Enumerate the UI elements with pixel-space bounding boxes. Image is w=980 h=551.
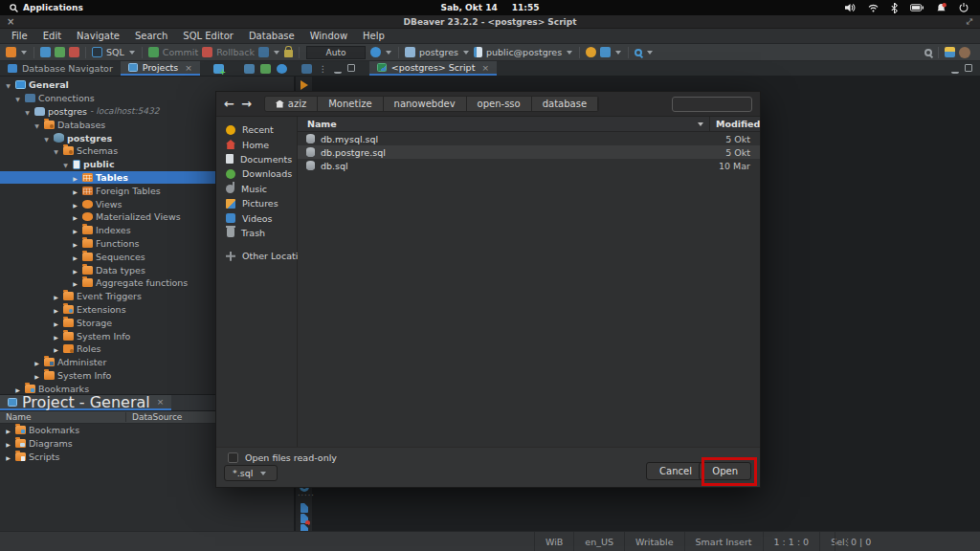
- clock[interactable]: Sab, Okt 14 11:55: [0, 3, 980, 12]
- new-window-icon[interactable]: [213, 64, 224, 74]
- commit-button[interactable]: Commit: [163, 47, 198, 57]
- expander-arrow-icon[interactable]: [71, 277, 79, 288]
- refresh-icon[interactable]: [277, 64, 287, 74]
- schema-combo[interactable]: public@postgres: [486, 47, 562, 57]
- breadcrumb-item[interactable]: nanowebdev: [384, 97, 467, 111]
- sidebar-place[interactable]: Pictures: [216, 196, 297, 210]
- sidebar-place[interactable]: Videos: [216, 210, 297, 225]
- sql-button[interactable]: SQL: [106, 47, 124, 57]
- expander-arrow-icon[interactable]: [71, 252, 79, 262]
- expander-arrow-icon[interactable]: [4, 452, 12, 462]
- close-icon[interactable]: ×: [481, 63, 489, 73]
- menu-item[interactable]: Help: [355, 29, 392, 43]
- new-connection-icon[interactable]: [6, 47, 16, 57]
- execute-statement-icon[interactable]: [301, 80, 308, 90]
- status-menu-icon[interactable]: ⋮: [835, 532, 860, 551]
- expander-arrow-icon[interactable]: [71, 211, 79, 222]
- view-menu-icon[interactable]: ⋮: [318, 64, 328, 74]
- dbeaver-avatar-icon[interactable]: [959, 47, 970, 58]
- tab-projects[interactable]: Projects ×: [121, 61, 200, 76]
- compare-icon[interactable]: [600, 47, 611, 57]
- chevron-down-icon[interactable]: [567, 51, 572, 55]
- sidebar-place[interactable]: Music: [216, 182, 297, 196]
- expander-arrow-icon[interactable]: [4, 425, 12, 435]
- expander-arrow-icon[interactable]: [4, 438, 12, 449]
- status-segment[interactable]: Writable: [624, 532, 684, 551]
- menu-item[interactable]: Window: [302, 29, 355, 43]
- commit-mode-combo[interactable]: Auto: [306, 46, 366, 59]
- lock-icon[interactable]: [284, 50, 293, 57]
- expander-arrow-icon[interactable]: [4, 79, 12, 90]
- status-segment[interactable]: 1 : 1 : 0: [763, 532, 820, 551]
- tab-database-navigator[interactable]: Database Navigator: [0, 61, 121, 76]
- expander-arrow-icon[interactable]: [33, 357, 41, 367]
- schema-icon[interactable]: [474, 47, 482, 57]
- expander-arrow-icon[interactable]: [71, 265, 79, 276]
- expander-arrow-icon[interactable]: [52, 318, 60, 328]
- breadcrumb-item[interactable]: aziz: [265, 97, 318, 111]
- readonly-option[interactable]: Open files read-only: [228, 452, 337, 463]
- expander-arrow-icon[interactable]: [42, 133, 51, 143]
- status-segment[interactable]: Smart Insert: [684, 532, 763, 551]
- breadcrumb-item[interactable]: open-sso: [467, 97, 532, 111]
- collapse-all-icon[interactable]: [244, 64, 255, 74]
- expander-arrow-icon[interactable]: [71, 186, 79, 196]
- status-segment[interactable]: en_US: [573, 532, 624, 551]
- rollback-icon[interactable]: [202, 47, 212, 57]
- disconnect-icon[interactable]: [69, 47, 79, 57]
- window-restore-icon[interactable]: ⤢: [967, 17, 972, 27]
- readonly-checkbox[interactable]: [228, 452, 238, 463]
- name-column-header[interactable]: Name: [298, 119, 337, 129]
- expander-arrow-icon[interactable]: [13, 93, 22, 103]
- file-row[interactable]: db.sql 10 Mar: [298, 159, 760, 172]
- sidebar-place[interactable]: Recent: [216, 122, 297, 137]
- transaction-timer-icon[interactable]: [370, 47, 381, 57]
- column-header-datasource[interactable]: DataSource: [126, 412, 182, 422]
- maximize-view-icon[interactable]: [347, 64, 355, 72]
- minimize-view-icon[interactable]: [334, 64, 342, 74]
- sidebar-place[interactable]: Documents: [216, 152, 297, 166]
- expander-arrow-icon[interactable]: [52, 291, 60, 301]
- expander-arrow-icon[interactable]: [61, 159, 70, 169]
- chevron-down-icon[interactable]: [386, 51, 391, 55]
- script-file-error-icon[interactable]: [301, 514, 308, 523]
- modified-column-header[interactable]: Modified: [710, 119, 760, 129]
- tab-sql-editor[interactable]: <postgres> Script ×: [369, 61, 497, 76]
- minimize-editor-icon[interactable]: [951, 64, 959, 74]
- expander-arrow-icon[interactable]: [13, 384, 22, 394]
- database-combo[interactable]: postgres: [419, 47, 458, 57]
- menu-item[interactable]: Navigate: [69, 29, 127, 43]
- maximize-editor-icon[interactable]: [965, 64, 972, 72]
- tree-item[interactable]: General: [0, 78, 294, 92]
- close-icon[interactable]: ×: [157, 397, 165, 407]
- configure-icon[interactable]: [301, 64, 312, 74]
- chevron-down-icon[interactable]: [463, 51, 469, 55]
- menu-item[interactable]: Search: [127, 29, 175, 43]
- connect-icon[interactable]: [40, 47, 51, 57]
- breadcrumb-item[interactable]: Monetize: [318, 97, 383, 111]
- sort-descending-icon[interactable]: [698, 122, 703, 126]
- expander-arrow-icon[interactable]: [23, 106, 32, 117]
- expander-arrow-icon[interactable]: [71, 225, 79, 235]
- expander-arrow-icon[interactable]: [52, 304, 60, 315]
- breadcrumb-item[interactable]: database: [532, 97, 598, 111]
- chevron-down-icon[interactable]: [615, 51, 621, 55]
- chevron-down-icon[interactable]: [274, 51, 279, 55]
- file-row[interactable]: db.mysql.sql 5 Okt: [298, 132, 760, 145]
- perspective-icon[interactable]: [945, 47, 955, 57]
- database-icon[interactable]: [405, 47, 415, 57]
- sidebar-place[interactable]: Other Locations: [216, 249, 297, 263]
- close-icon[interactable]: ×: [185, 63, 192, 73]
- expander-arrow-icon[interactable]: [52, 331, 60, 342]
- link-editor-icon[interactable]: [260, 64, 271, 74]
- expander-arrow-icon[interactable]: [33, 370, 41, 381]
- transaction-mode-icon[interactable]: [258, 47, 269, 57]
- expander-arrow-icon[interactable]: [52, 343, 60, 354]
- script-file-icon[interactable]: [301, 503, 308, 513]
- expander-arrow-icon[interactable]: [33, 120, 41, 130]
- menu-item[interactable]: File: [4, 29, 35, 43]
- commit-icon[interactable]: [148, 47, 159, 57]
- column-header-name[interactable]: Name: [0, 412, 126, 422]
- location-entry[interactable]: [672, 97, 752, 112]
- expander-arrow-icon[interactable]: [52, 145, 60, 156]
